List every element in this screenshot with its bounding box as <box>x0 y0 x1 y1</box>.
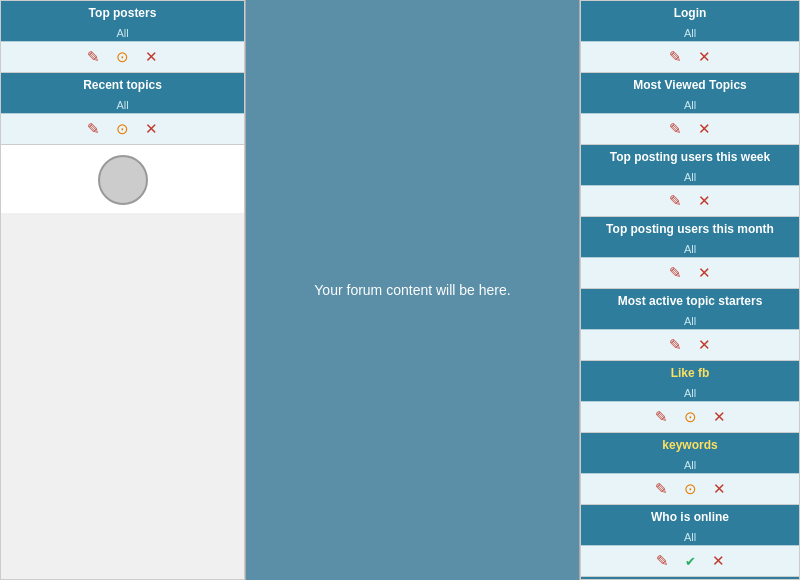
pencil-icon[interactable]: ✎ <box>655 408 668 426</box>
cross-icon[interactable]: ✕ <box>713 480 726 498</box>
widget-most-active-starters-sub: All <box>581 313 799 329</box>
widget-login-title: Login <box>581 1 799 25</box>
widget-most-active-starters: Most active topic starters All ✎ ✕ <box>581 289 799 361</box>
pencil-icon[interactable]: ✎ <box>656 552 669 570</box>
pencil-icon[interactable]: ✎ <box>669 264 682 282</box>
widget-most-viewed-topics: Most Viewed Topics All ✎ ✕ <box>581 73 799 145</box>
clock-icon[interactable]: ⊙ <box>116 48 129 66</box>
widget-like-fb-title: Like fb <box>581 361 799 385</box>
like-fb-link[interactable]: Like fb <box>671 366 710 380</box>
pencil-icon[interactable]: ✎ <box>669 336 682 354</box>
profile-area <box>1 145 244 213</box>
pencil-icon[interactable]: ✎ <box>655 480 668 498</box>
widget-top-posters-controls: ✎ ⊙ ✕ <box>1 41 244 72</box>
cross-icon[interactable]: ✕ <box>145 120 158 138</box>
widget-keywords-controls: ✎ ⊙ ✕ <box>581 473 799 504</box>
widget-most-viewed-topics-sub: All <box>581 97 799 113</box>
widget-top-posting-week-title: Top posting users this week <box>581 145 799 169</box>
left-sidebar: Top posters All ✎ ⊙ ✕ Recent topics All … <box>0 0 245 580</box>
avatar <box>98 155 148 205</box>
widget-top-posting-month-controls: ✎ ✕ <box>581 257 799 288</box>
widget-most-viewed-topics-title: Most Viewed Topics <box>581 73 799 97</box>
widget-who-is-online: Who is online All ✎ ✔ ✕ <box>581 505 799 577</box>
cross-icon[interactable]: ✕ <box>698 48 711 66</box>
widget-top-posting-month: Top posting users this month All ✎ ✕ <box>581 217 799 289</box>
right-sidebar: Login All ✎ ✕ Most Viewed Topics All ✎ ✕ <box>580 0 800 580</box>
clock-icon[interactable]: ⊙ <box>116 120 129 138</box>
widget-keywords-title: keywords <box>581 433 799 457</box>
pencil-icon[interactable]: ✎ <box>87 120 100 138</box>
pencil-icon[interactable]: ✎ <box>669 120 682 138</box>
pencil-icon[interactable]: ✎ <box>87 48 100 66</box>
widget-like-fb: Like fb All ✎ ⊙ ✕ <box>581 361 799 433</box>
center-content: Your forum content will be here. <box>245 0 580 580</box>
cross-icon[interactable]: ✕ <box>698 120 711 138</box>
cross-icon[interactable]: ✕ <box>712 552 725 570</box>
clock-icon[interactable]: ⊙ <box>684 480 697 498</box>
widget-recent-topics-title: Recent topics <box>1 73 244 97</box>
widget-like-fb-controls: ✎ ⊙ ✕ <box>581 401 799 432</box>
cross-icon[interactable]: ✕ <box>698 336 711 354</box>
cross-icon[interactable]: ✕ <box>698 264 711 282</box>
widget-top-posting-week-controls: ✎ ✕ <box>581 185 799 216</box>
cross-icon[interactable]: ✕ <box>713 408 726 426</box>
widget-top-posters-title: Top posters <box>1 1 244 25</box>
keywords-link[interactable]: keywords <box>662 438 717 452</box>
widget-top-posters-sub: All <box>1 25 244 41</box>
widget-login: Login All ✎ ✕ <box>581 1 799 73</box>
widget-like-fb-sub: All <box>581 385 799 401</box>
widget-top-posting-month-sub: All <box>581 241 799 257</box>
pencil-icon[interactable]: ✎ <box>669 48 682 66</box>
widget-who-is-online-sub: All <box>581 529 799 545</box>
widget-most-active-starters-title: Most active topic starters <box>581 289 799 313</box>
widget-top-posting-week-sub: All <box>581 169 799 185</box>
widget-most-viewed-topics-controls: ✎ ✕ <box>581 113 799 144</box>
widget-recent-topics-controls: ✎ ⊙ ✕ <box>1 113 244 144</box>
pencil-icon[interactable]: ✎ <box>669 192 682 210</box>
widget-most-active-starters-controls: ✎ ✕ <box>581 329 799 360</box>
widget-recent-topics-sub: All <box>1 97 244 113</box>
widget-login-controls: ✎ ✕ <box>581 41 799 72</box>
widget-top-posters: Top posters All ✎ ⊙ ✕ <box>1 1 244 73</box>
cross-icon[interactable]: ✕ <box>145 48 158 66</box>
widget-keywords-sub: All <box>581 457 799 473</box>
forum-placeholder-text: Your forum content will be here. <box>314 282 510 298</box>
widget-top-posting-week: Top posting users this week All ✎ ✕ <box>581 145 799 217</box>
clock-icon[interactable]: ⊙ <box>684 408 697 426</box>
widget-who-is-online-controls: ✎ ✔ ✕ <box>581 545 799 576</box>
cross-icon[interactable]: ✕ <box>698 192 711 210</box>
widget-top-posting-month-title: Top posting users this month <box>581 217 799 241</box>
widget-recent-topics: Recent topics All ✎ ⊙ ✕ <box>1 73 244 145</box>
widget-login-sub: All <box>581 25 799 41</box>
check-icon[interactable]: ✔ <box>685 554 696 569</box>
widget-keywords: keywords All ✎ ⊙ ✕ <box>581 433 799 505</box>
widget-who-is-online-title: Who is online <box>581 505 799 529</box>
